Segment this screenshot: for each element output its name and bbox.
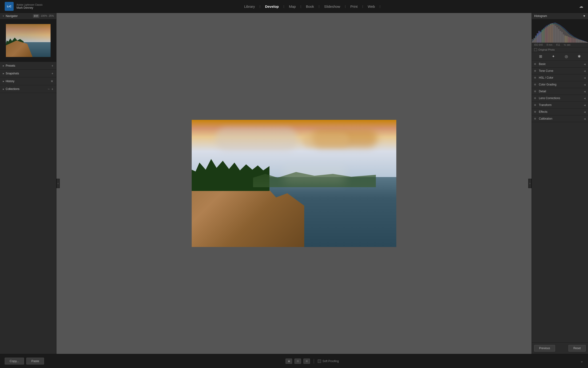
collections-header[interactable]: ▶ Collections − +	[0, 85, 56, 93]
tone-curve-collapse-icon[interactable]: ◀	[584, 70, 586, 72]
navigator-header: ▼ Navigator FIT 100% 25%	[0, 13, 56, 19]
basic-label: Basic	[539, 62, 546, 66]
view-loupe-icon[interactable]: ▣	[286, 359, 292, 364]
histogram-chart	[532, 19, 588, 43]
color-grading-header[interactable]: Color Grading ◀	[532, 81, 588, 88]
basic-header[interactable]: Basic ◀	[532, 61, 588, 67]
lens-corrections-collapse-icon[interactable]: ◀	[584, 97, 586, 100]
detail-header[interactable]: Detail ◀	[532, 88, 588, 95]
calibration-section: Calibration ◀	[532, 115, 588, 122]
collections-add-icon[interactable]: +	[52, 87, 53, 91]
presets-label: Presets	[6, 64, 15, 67]
navigator-collapse-icon[interactable]: ▼	[2, 15, 4, 17]
transform-header[interactable]: Transform ◀	[532, 102, 588, 108]
collections-remove-icon[interactable]: −	[48, 87, 50, 91]
detail-section: Detail ◀	[532, 88, 588, 95]
nav-library[interactable]: Library	[241, 4, 258, 9]
paste-button[interactable]: Paste	[26, 358, 44, 364]
bottom-left-buttons: Copy... Paste	[5, 358, 44, 364]
camera-info: ISO 640 8 mm f/11 ⅙ sec	[532, 43, 588, 47]
lens-corrections-header[interactable]: Lens Corrections ◀	[532, 95, 588, 101]
nav-book[interactable]: Book	[303, 4, 317, 9]
tone-curve-header[interactable]: Tone Curve ◀	[532, 68, 588, 74]
tone-curve-section: Tone Curve ◀	[532, 68, 588, 74]
previous-button[interactable]: Previous	[534, 345, 555, 351]
iso-value: ISO 640	[534, 44, 543, 46]
detail-collapse-icon[interactable]: ◀	[584, 90, 586, 93]
lens-corrections-label: Lens Corrections	[539, 97, 560, 100]
shutter-speed: ⅙ sec	[564, 44, 570, 46]
reset-button[interactable]: Reset	[569, 345, 586, 351]
zoom-options: FIT 100% 25%	[33, 14, 54, 18]
tone-curve-dot	[534, 70, 536, 72]
hsl-collapse-icon[interactable]: ◀	[584, 76, 586, 79]
settings-tool-icon[interactable]: ✱	[578, 54, 581, 59]
app-logo: LrC	[5, 2, 14, 11]
navigator-section: ▼ Navigator FIT 100% 25%	[0, 13, 56, 62]
zoom-25[interactable]: 25%	[49, 14, 54, 18]
effects-label: Effects	[539, 110, 547, 113]
original-photo-checkbox[interactable]	[534, 48, 537, 51]
cloud-sync-icon[interactable]: ☁	[579, 4, 583, 9]
color-grading-label: Color Grading	[539, 83, 556, 86]
zoom-fit[interactable]: FIT	[33, 14, 39, 18]
color-grading-dot	[534, 83, 536, 85]
calibration-dot	[534, 118, 536, 120]
left-panel: ▼ Navigator FIT 100% 25%	[0, 13, 56, 354]
left-panel-collapse-button[interactable]: ‹	[56, 179, 60, 188]
history-expand-icon: ▶	[3, 80, 4, 83]
preview-image	[6, 24, 51, 57]
history-header[interactable]: ▶ History ✕	[0, 77, 56, 85]
crop-tool-icon[interactable]: ⊞	[539, 54, 542, 59]
heal-tool-icon[interactable]: ✦	[552, 54, 555, 59]
hsl-header[interactable]: HSL / Color ◀	[532, 74, 588, 81]
presets-header[interactable]: ▶ Presets +	[0, 62, 56, 69]
main-photo	[192, 120, 396, 247]
nav-map[interactable]: Map	[286, 4, 298, 9]
calibration-label: Calibration	[539, 117, 552, 120]
mask-tool-icon[interactable]: ◎	[565, 54, 568, 59]
tone-curve-label: Tone Curve	[539, 69, 553, 73]
presets-add-icon[interactable]: +	[52, 64, 53, 68]
hsl-dot	[534, 77, 536, 79]
nav-web[interactable]: Web	[365, 4, 378, 9]
histogram-header: Histogram ▼	[532, 13, 588, 19]
nav-develop[interactable]: Develop	[262, 4, 281, 9]
basic-collapse-icon[interactable]: ◀	[584, 63, 586, 65]
collections-section: ▶ Collections − +	[0, 85, 56, 93]
divider	[314, 359, 314, 364]
navigator-label: Navigator	[6, 14, 18, 18]
right-panel-collapse-button[interactable]: ›	[528, 179, 532, 188]
original-photo-row: Original Photo	[532, 47, 588, 52]
snapshots-header[interactable]: ▶ Snapshots +	[0, 70, 56, 77]
bottom-center-controls: ▣ ⊟ ⊞ Soft Proofing	[286, 359, 339, 364]
calibration-collapse-icon[interactable]: ◀	[584, 118, 586, 120]
copy-button[interactable]: Copy...	[5, 358, 24, 364]
main-navigation: Library | Develop | Map | Book | Slidesh…	[241, 4, 380, 9]
zoom-100[interactable]: 100%	[41, 14, 47, 18]
effects-collapse-icon[interactable]: ◀	[584, 111, 586, 113]
histogram-collapse-icon[interactable]: ▼	[583, 14, 586, 18]
effects-header[interactable]: Effects ◀	[532, 109, 588, 115]
bottom-right-controls: ⌄	[580, 359, 583, 363]
transform-label: Transform	[539, 103, 552, 107]
view-compare-icon[interactable]: ⊟	[294, 359, 301, 364]
basic-dot	[534, 63, 536, 65]
navigator-preview	[0, 19, 56, 62]
view-mode-icon[interactable]: ⊞	[303, 359, 310, 364]
soft-proofing-checkbox[interactable]	[318, 359, 321, 363]
snapshots-add-icon[interactable]: +	[52, 72, 53, 75]
nav-slideshow[interactable]: Slideshow	[321, 4, 343, 9]
color-grading-collapse-icon[interactable]: ◀	[584, 83, 586, 86]
transform-collapse-icon[interactable]: ◀	[584, 104, 586, 106]
app-full-name: Adobe Lightroom Classic	[17, 4, 43, 6]
nav-print[interactable]: Print	[348, 4, 360, 9]
main-wrapper: ▼ Navigator FIT 100% 25%	[0, 13, 588, 354]
history-close-icon[interactable]: ✕	[51, 79, 53, 83]
detail-label: Detail	[539, 90, 546, 93]
hsl-section: HSL / Color ◀	[532, 74, 588, 81]
calibration-header[interactable]: Calibration ◀	[532, 115, 588, 122]
bottom-right-chevron[interactable]: ⌄	[580, 359, 583, 363]
detail-dot	[534, 90, 536, 92]
history-section: ▶ History ✕	[0, 77, 56, 85]
